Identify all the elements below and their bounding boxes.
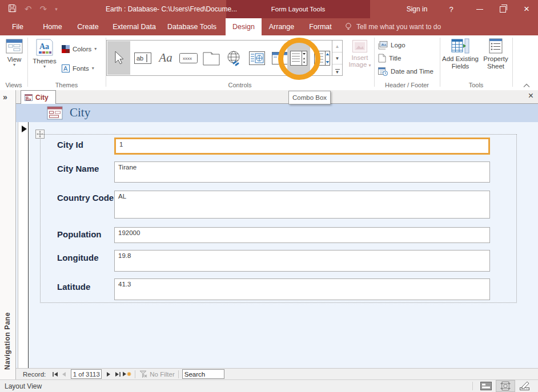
minimize-button[interactable] [468,0,491,18]
tell-me-label: Tell me what you want to do [356,23,441,31]
customize-qat-icon[interactable]: ▾ [55,6,58,12]
colors-icon [62,45,70,53]
divider [135,370,135,378]
minimize-icon [476,9,483,10]
combo-box-control[interactable] [287,41,310,75]
field-value-country-code[interactable]: AL [114,191,490,219]
view-dropdown-icon: ▾ [13,63,15,67]
record-selector-bar[interactable] [18,122,29,368]
themes-icon: Aa [35,38,54,56]
colors-button[interactable]: Colors ▾ [62,43,97,55]
button-control[interactable]: xxxx [177,41,200,75]
add-existing-fields-label: Add Existing Fields [442,55,479,70]
first-record-button[interactable] [50,370,59,379]
previous-record-icon [62,371,66,377]
web-browser-control[interactable] [246,41,268,75]
layout-view-button[interactable] [496,380,515,392]
expand-nav-pane-icon[interactable]: » [3,92,7,102]
controls-group-label: Controls [106,82,374,88]
new-record-icon [122,371,131,377]
view-button[interactable]: View ▾ [3,39,25,67]
record-navigation-bar: Record: 1 of 3113 No Filter [16,368,538,379]
tab-format[interactable]: Format [303,18,338,35]
field-value-population[interactable]: 192000 [114,227,490,243]
tab-design[interactable]: Design [226,18,262,35]
controls-gallery: ab Aa xxxx [106,40,343,76]
label-control[interactable]: Aa [154,41,177,75]
themes-group-label: Themes [27,82,106,88]
field-value-longitude[interactable]: 19.8 [114,250,490,272]
tab-database-tools[interactable]: Database Tools [164,18,219,35]
label-control-icon: Aa [159,51,172,65]
title-icon [378,54,386,63]
navigation-pane-collapsed[interactable]: » Navigation Pane [0,90,16,379]
tell-me-box[interactable]: Tell me what you want to do [345,18,441,35]
sign-in-button[interactable]: Sign in [400,0,434,18]
add-existing-fields-button[interactable]: Add Existing Fields [442,38,479,70]
date-time-button[interactable]: Date and Time [378,66,433,77]
save-icon[interactable] [8,4,17,15]
list-box-control[interactable] [311,41,333,75]
previous-record-button[interactable] [59,370,69,379]
text-box-control[interactable]: ab [131,41,154,75]
insert-image-label-line1: Insert [352,54,368,61]
window-title: Earth : Database- C:\Users\Fred\Docume..… [106,0,237,18]
hyperlink-control[interactable] [223,41,246,75]
navigation-control-icon [272,52,288,64]
layout-selection-border [40,134,517,303]
insert-image-label-line2: Image ▾ [348,61,371,68]
themes-button[interactable]: Aa Themes ▾ [31,38,58,69]
undo-icon[interactable]: ↶ [25,4,32,14]
add-existing-fields-icon [451,38,469,54]
gallery-scrollbar: ▲ ▼ ▼ [332,41,342,75]
logo-button[interactable]: Logo [378,39,405,51]
ribbon-tab-row: File Home Create External Data Database … [0,18,538,35]
field-value-city-name[interactable]: Tirane [114,161,490,183]
fonts-dropdown-icon: ▾ [92,66,94,71]
last-record-button[interactable] [113,370,122,379]
title-button-label: Title [389,55,401,62]
gallery-scroll-up-button[interactable]: ▲ [332,41,342,52]
view-switcher [472,380,535,392]
field-value-latitude[interactable]: 41.3 [114,278,490,300]
tab-external-data[interactable]: External Data [111,18,158,35]
tab-control-icon [203,51,220,66]
tab-arrange[interactable]: Arrange [264,18,299,35]
field-value-city-id[interactable]: 1 [114,138,490,155]
gallery-more-button[interactable]: ▼ [332,64,342,76]
chevron-up-icon [523,83,530,88]
close-document-icon[interactable]: × [528,91,533,101]
web-browser-icon [249,51,265,65]
select-control[interactable] [107,41,130,75]
tab-file[interactable]: File [6,18,30,35]
tab-control[interactable] [200,41,223,75]
design-view-button[interactable] [515,380,535,392]
title-button[interactable]: Title [378,52,401,64]
quick-access-toolbar: ↶ ↷ ▾ [8,0,58,18]
colors-button-label: Colors [73,46,91,52]
new-record-button[interactable] [122,370,131,379]
header-footer-group-label: Header / Footer [374,82,440,88]
gallery-scroll-down-button[interactable]: ▼ [332,52,342,64]
logo-icon [378,41,388,50]
form-view-button[interactable] [476,380,496,392]
record-position-box[interactable]: 1 of 3113 [71,369,102,379]
restore-icon [500,6,506,13]
collapse-ribbon-button[interactable] [523,80,530,90]
tab-home[interactable]: Home [39,18,66,35]
property-sheet-button[interactable]: Property Sheet [480,38,511,70]
restore-button[interactable] [491,0,514,18]
group-separator [27,38,28,87]
next-record-button[interactable] [104,370,113,379]
tab-create[interactable]: Create [73,18,103,35]
document-tab-city[interactable]: City [21,90,56,104]
svg-text:ab: ab [136,55,143,62]
redo-icon[interactable]: ↷ [40,4,47,14]
search-input[interactable] [182,369,224,379]
close-button[interactable]: × [515,0,538,18]
help-button[interactable]: ? [443,0,460,18]
form-icon [25,94,33,101]
fonts-button[interactable]: A Fonts ▾ [62,63,94,74]
divider [472,382,473,390]
view-icon [6,39,23,54]
